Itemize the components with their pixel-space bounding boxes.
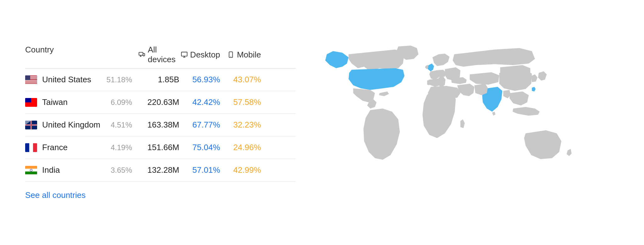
portugal [427, 80, 429, 85]
mobile-icon [227, 51, 234, 58]
all-devices-icon [138, 51, 145, 58]
sri-lanka [492, 112, 496, 116]
country-cell: United Kingdom [25, 120, 101, 130]
madagascar [460, 119, 465, 128]
desktop-cell: 42.42% [179, 97, 220, 107]
flag-us [25, 75, 37, 84]
mobile-cell: 32.23% [220, 120, 261, 130]
korea [531, 74, 537, 82]
table-row: Taiwan 6.09% 220.63M 42.42% 57.58% [25, 91, 296, 114]
svg-point-9 [230, 56, 231, 57]
mongolia [500, 65, 530, 74]
world-map-section [296, 13, 619, 232]
percentage-cell: 51.18% [101, 75, 138, 84]
country-cell: United States [25, 75, 101, 84]
country-column-header: Country [25, 45, 101, 64]
all-devices-cell: 163.38M [138, 120, 179, 130]
percentage-cell: 6.09% [101, 98, 138, 107]
world-map [308, 16, 619, 229]
flag-fr [25, 143, 37, 152]
new-zealand [567, 149, 572, 156]
percentage-cell: 4.51% [101, 121, 138, 129]
central-asia [470, 72, 499, 85]
mobile-cell: 57.58% [220, 97, 261, 107]
japan [538, 71, 547, 81]
southeast-asia [509, 91, 529, 105]
indonesia [513, 107, 540, 116]
mobile-column-header: Mobile [220, 45, 261, 64]
all-devices-cell: 151.66M [138, 143, 179, 152]
country-name: India [42, 165, 60, 175]
country-name: Taiwan [42, 97, 68, 107]
mexico [353, 88, 375, 102]
flag-gb [25, 121, 37, 129]
russia [452, 48, 535, 67]
desktop-cell: 75.04% [179, 143, 220, 152]
mobile-cell: 42.99% [220, 165, 261, 175]
north-africa [428, 86, 460, 99]
table-row: France 4.19% 151.66M 75.04% 24.96% [25, 136, 296, 159]
table-row: United Kingdom 4.51% 163.38M 67.77% 32.2… [25, 114, 296, 136]
desktop-cell: 56.93% [179, 75, 220, 84]
svg-rect-5 [181, 52, 187, 56]
myanmar [503, 90, 511, 98]
svg-rect-3 [143, 53, 145, 56]
australia [524, 130, 562, 159]
alaska [325, 51, 348, 68]
united-states [348, 68, 404, 90]
scandinavia [432, 54, 449, 66]
taiwan [532, 87, 536, 91]
canada [348, 50, 404, 71]
table-row: United States 51.18% 1.85B 56.93% 43.07% [25, 68, 296, 91]
all-devices-cell: 1.85B [138, 75, 179, 84]
country-cell: India [25, 165, 101, 175]
main-container: Country All devices Desktop [0, 0, 644, 245]
all-devices-column-header: All devices [138, 45, 179, 64]
desktop-column-header: Desktop [179, 45, 220, 64]
percentage-column-header [101, 45, 138, 64]
country-cell: France [25, 143, 101, 152]
desktop-icon [181, 51, 188, 58]
percentage-cell: 3.65% [101, 166, 138, 175]
mobile-cell: 24.96% [220, 143, 261, 152]
country-name: France [42, 143, 68, 152]
desktop-cell: 67.77% [179, 120, 220, 130]
country-cell: Taiwan [25, 97, 101, 107]
country-name: United States [42, 75, 91, 84]
svg-rect-8 [229, 52, 233, 57]
mobile-cell: 43.07% [220, 75, 261, 84]
desktop-cell: 57.01% [179, 165, 220, 175]
all-devices-cell: 132.28M [138, 165, 179, 175]
percentage-cell: 4.19% [101, 143, 138, 152]
country-table: Country All devices Desktop [25, 45, 296, 200]
flag-in [25, 166, 37, 175]
table-header: Country All devices Desktop [25, 45, 296, 68]
all-devices-cell: 220.63M [138, 97, 179, 107]
south-america [364, 109, 400, 160]
table-row: India 3.65% 132.28M 57.01% 42.99% [25, 159, 296, 182]
middle-east [457, 84, 474, 96]
flag-tw [25, 98, 37, 107]
table-body: United States 51.18% 1.85B 56.93% 43.07%… [25, 68, 296, 182]
see-all-countries-link[interactable]: See all countries [25, 190, 86, 200]
cuba [379, 91, 389, 96]
turkey [451, 77, 466, 84]
country-name: United Kingdom [42, 120, 100, 130]
svg-rect-0 [139, 52, 143, 55]
